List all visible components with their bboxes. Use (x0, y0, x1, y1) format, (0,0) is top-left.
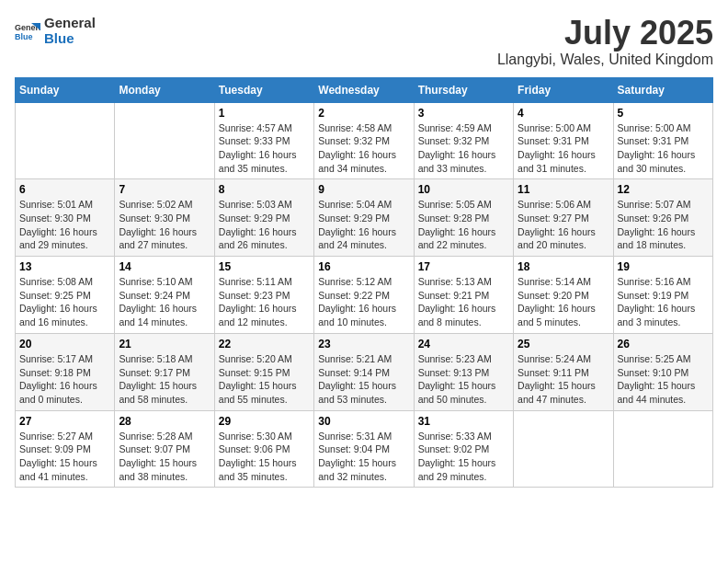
day-detail: Sunrise: 5:00 AM Sunset: 9:31 PM Dayligh… (618, 121, 709, 176)
week-row-0: 1Sunrise: 4:57 AM Sunset: 9:33 PM Daylig… (16, 102, 713, 179)
week-row-3: 20Sunrise: 5:17 AM Sunset: 9:18 PM Dayli… (16, 333, 713, 410)
calendar-cell: 4Sunrise: 5:00 AM Sunset: 9:31 PM Daylig… (514, 102, 613, 179)
day-detail: Sunrise: 5:16 AM Sunset: 9:19 PM Dayligh… (618, 275, 709, 329)
day-detail: Sunrise: 5:31 AM Sunset: 9:04 PM Dayligh… (318, 430, 409, 484)
calendar-cell: 19Sunrise: 5:16 AM Sunset: 9:19 PM Dayli… (613, 257, 712, 334)
main-title: July 2025 (497, 15, 713, 52)
weekday-saturday: Saturday (613, 77, 712, 102)
calendar-cell: 9Sunrise: 5:04 AM Sunset: 9:29 PM Daylig… (314, 179, 414, 257)
day-number: 31 (418, 415, 509, 428)
day-detail: Sunrise: 5:30 AM Sunset: 9:06 PM Dayligh… (219, 430, 310, 484)
calendar-cell: 15Sunrise: 5:11 AM Sunset: 9:23 PM Dayli… (214, 257, 313, 334)
logo-text-blue: Blue (44, 30, 74, 46)
calendar-cell: 10Sunrise: 5:05 AM Sunset: 9:28 PM Dayli… (414, 179, 513, 257)
day-number: 8 (219, 183, 310, 196)
day-number: 2 (318, 107, 409, 120)
calendar-cell: 23Sunrise: 5:21 AM Sunset: 9:14 PM Dayli… (314, 333, 414, 410)
calendar-cell (514, 410, 613, 488)
day-number: 29 (219, 415, 310, 428)
day-detail: Sunrise: 5:03 AM Sunset: 9:29 PM Dayligh… (219, 198, 310, 252)
calendar-cell: 3Sunrise: 4:59 AM Sunset: 9:32 PM Daylig… (414, 102, 513, 179)
logo-icon: General Blue (15, 21, 40, 41)
calendar-cell (613, 410, 712, 488)
calendar-cell: 26Sunrise: 5:25 AM Sunset: 9:10 PM Dayli… (613, 333, 712, 410)
calendar-cell (115, 102, 214, 179)
day-number: 7 (119, 183, 210, 196)
day-detail: Sunrise: 5:18 AM Sunset: 9:17 PM Dayligh… (119, 352, 210, 407)
calendar-cell: 16Sunrise: 5:12 AM Sunset: 9:22 PM Dayli… (314, 257, 414, 334)
weekday-sunday: Sunday (16, 77, 115, 102)
day-number: 26 (618, 338, 709, 350)
calendar: SundayMondayTuesdayWednesdayThursdayFrid… (15, 77, 713, 488)
calendar-cell: 8Sunrise: 5:03 AM Sunset: 9:29 PM Daylig… (214, 179, 313, 257)
logo-text-general: General (44, 15, 96, 30)
day-number: 9 (318, 183, 409, 196)
day-detail: Sunrise: 5:25 AM Sunset: 9:10 PM Dayligh… (618, 352, 709, 407)
day-detail: Sunrise: 5:11 AM Sunset: 9:23 PM Dayligh… (219, 275, 310, 329)
calendar-cell: 17Sunrise: 5:13 AM Sunset: 9:21 PM Dayli… (414, 257, 513, 334)
calendar-cell: 2Sunrise: 4:58 AM Sunset: 9:32 PM Daylig… (314, 102, 414, 179)
calendar-cell: 12Sunrise: 5:07 AM Sunset: 9:26 PM Dayli… (613, 179, 712, 257)
calendar-cell: 22Sunrise: 5:20 AM Sunset: 9:15 PM Dayli… (214, 333, 313, 410)
week-row-4: 27Sunrise: 5:27 AM Sunset: 9:09 PM Dayli… (16, 410, 713, 488)
calendar-cell: 30Sunrise: 5:31 AM Sunset: 9:04 PM Dayli… (314, 410, 414, 488)
day-number: 3 (418, 107, 509, 120)
day-detail: Sunrise: 5:24 AM Sunset: 9:11 PM Dayligh… (518, 352, 609, 407)
day-number: 11 (518, 183, 609, 196)
day-detail: Sunrise: 5:00 AM Sunset: 9:31 PM Dayligh… (518, 121, 609, 176)
sub-title: Llangybi, Wales, United Kingdom (497, 52, 713, 68)
day-number: 6 (19, 183, 110, 196)
calendar-cell: 21Sunrise: 5:18 AM Sunset: 9:17 PM Dayli… (115, 333, 214, 410)
weekday-tuesday: Tuesday (214, 77, 313, 102)
day-number: 13 (19, 260, 110, 273)
day-number: 19 (618, 260, 709, 273)
day-number: 23 (318, 338, 409, 350)
header: General Blue General Blue July 2025 Llan… (15, 15, 713, 68)
calendar-cell: 18Sunrise: 5:14 AM Sunset: 9:20 PM Dayli… (514, 257, 613, 334)
day-number: 18 (518, 260, 609, 273)
day-detail: Sunrise: 5:27 AM Sunset: 9:09 PM Dayligh… (19, 430, 110, 484)
calendar-cell: 11Sunrise: 5:06 AM Sunset: 9:27 PM Dayli… (514, 179, 613, 257)
day-detail: Sunrise: 5:08 AM Sunset: 9:25 PM Dayligh… (19, 275, 110, 329)
calendar-cell: 14Sunrise: 5:10 AM Sunset: 9:24 PM Dayli… (115, 257, 214, 334)
day-number: 21 (119, 338, 210, 350)
day-number: 5 (618, 107, 709, 120)
day-detail: Sunrise: 5:06 AM Sunset: 9:27 PM Dayligh… (518, 198, 609, 252)
day-detail: Sunrise: 5:13 AM Sunset: 9:21 PM Dayligh… (418, 275, 509, 329)
day-number: 17 (418, 260, 509, 273)
weekday-monday: Monday (115, 77, 214, 102)
day-detail: Sunrise: 5:33 AM Sunset: 9:02 PM Dayligh… (418, 430, 509, 484)
day-detail: Sunrise: 5:21 AM Sunset: 9:14 PM Dayligh… (318, 352, 409, 407)
day-number: 14 (119, 260, 210, 273)
calendar-cell: 27Sunrise: 5:27 AM Sunset: 9:09 PM Dayli… (16, 410, 115, 488)
day-detail: Sunrise: 5:10 AM Sunset: 9:24 PM Dayligh… (119, 275, 210, 329)
week-row-1: 6Sunrise: 5:01 AM Sunset: 9:30 PM Daylig… (16, 179, 713, 257)
logo: General Blue General Blue (15, 15, 96, 47)
svg-text:Blue: Blue (15, 32, 33, 41)
day-detail: Sunrise: 5:17 AM Sunset: 9:18 PM Dayligh… (19, 352, 110, 407)
day-number: 24 (418, 338, 509, 350)
day-number: 27 (19, 415, 110, 428)
day-number: 15 (219, 260, 310, 273)
calendar-cell: 6Sunrise: 5:01 AM Sunset: 9:30 PM Daylig… (16, 179, 115, 257)
day-detail: Sunrise: 4:57 AM Sunset: 9:33 PM Dayligh… (219, 121, 310, 176)
day-number: 20 (19, 338, 110, 350)
calendar-cell: 24Sunrise: 5:23 AM Sunset: 9:13 PM Dayli… (414, 333, 513, 410)
day-detail: Sunrise: 4:59 AM Sunset: 9:32 PM Dayligh… (418, 121, 509, 176)
calendar-cell: 5Sunrise: 5:00 AM Sunset: 9:31 PM Daylig… (613, 102, 712, 179)
day-detail: Sunrise: 5:12 AM Sunset: 9:22 PM Dayligh… (318, 275, 409, 329)
day-number: 10 (418, 183, 509, 196)
day-detail: Sunrise: 5:07 AM Sunset: 9:26 PM Dayligh… (618, 198, 709, 252)
weekday-wednesday: Wednesday (314, 77, 414, 102)
calendar-cell: 1Sunrise: 4:57 AM Sunset: 9:33 PM Daylig… (214, 102, 313, 179)
day-number: 1 (219, 107, 310, 120)
day-detail: Sunrise: 5:23 AM Sunset: 9:13 PM Dayligh… (418, 352, 509, 407)
calendar-cell: 29Sunrise: 5:30 AM Sunset: 9:06 PM Dayli… (214, 410, 313, 488)
calendar-cell: 20Sunrise: 5:17 AM Sunset: 9:18 PM Dayli… (16, 333, 115, 410)
calendar-cell: 31Sunrise: 5:33 AM Sunset: 9:02 PM Dayli… (414, 410, 513, 488)
day-detail: Sunrise: 4:58 AM Sunset: 9:32 PM Dayligh… (318, 121, 409, 176)
calendar-cell: 28Sunrise: 5:28 AM Sunset: 9:07 PM Dayli… (115, 410, 214, 488)
day-number: 28 (119, 415, 210, 428)
title-area: July 2025 Llangybi, Wales, United Kingdo… (497, 15, 713, 68)
day-detail: Sunrise: 5:04 AM Sunset: 9:29 PM Dayligh… (318, 198, 409, 252)
